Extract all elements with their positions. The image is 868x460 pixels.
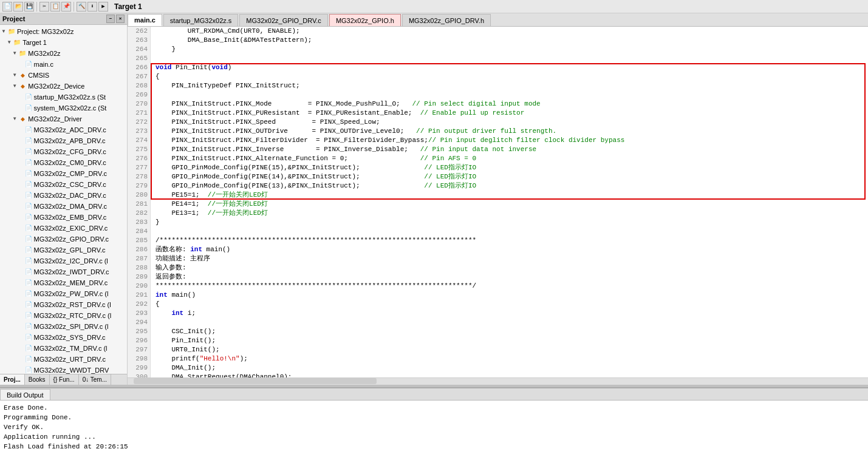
code-area[interactable]: URT_RXDMA_Cmd(URT0, ENABLE); DMA_Base_In… [151, 27, 868, 377]
sidebar-item-cfg-drv[interactable]: 📄MG32x02z_CFG_DRV.c [0, 146, 127, 157]
folder-open-icon[interactable]: 📂 [13, 2, 23, 12]
file-icon: 📄 [25, 300, 32, 309]
build-output-line: Verify OK. [4, 422, 864, 432]
sidebar-header: Project − × [0, 13, 127, 25]
tree-indent [1, 201, 18, 211]
tree-indent [1, 267, 18, 277]
copy-icon[interactable]: 📋 [50, 2, 60, 12]
code-line-266: void Pin_Init(void) [155, 63, 863, 72]
sidebar-item-mem-drv[interactable]: 📄MG32x02z_MEM_DRV.c [0, 277, 127, 288]
tab-gpio-drv-c[interactable]: MG32x02z_GPIO_DRV.c [239, 14, 328, 26]
code-line-298: printf("Hello!\n"); [155, 354, 863, 364]
sidebar-item-rst-drv[interactable]: 📄MG32x02z_RST_DRV.c (l [0, 299, 127, 310]
sidebar-item-wwdt-drv[interactable]: 📄MG32x02z_WWDT_DRV [0, 365, 127, 374]
tab-bar: main.cstartup_MG32x02z.sMG32x02z_GPIO_DR… [128, 13, 868, 27]
tree-indent [1, 289, 18, 299]
code-line-284 [155, 227, 863, 236]
code-line-265 [155, 54, 863, 63]
editor-scroll[interactable]: 2622632642652662672682692702712722732742… [128, 27, 868, 377]
sidebar-item-target1[interactable]: ▼📁Target 1 [0, 37, 127, 48]
sidebar-item-dac-drv[interactable]: 📄MG32x02z_DAC_DRV.c [0, 190, 127, 201]
code-line-282: PE13=1; //一开始关闭LED灯 [155, 209, 863, 218]
sidebar-item-project-root[interactable]: ▼📁Project: MG32x02z [0, 26, 127, 37]
sidebar-item-pw-drv[interactable]: 📄MG32x02z_PW_DRV.c (l [0, 288, 127, 299]
line-number-292: 292 [130, 300, 148, 309]
toolbar: 📄 📂 💾 ✂ 📋 📌 🔨 ⬇ ▶ Target 1 [0, 0, 868, 13]
sidebar-btm-tab-fun[interactable]: {} Fun... [50, 374, 79, 385]
sidebar-item-main-c[interactable]: 📄main.c [0, 59, 127, 70]
sidebar-close-btn[interactable]: × [116, 15, 125, 23]
line-number-294: 294 [130, 318, 148, 327]
tree-indent [1, 92, 18, 102]
sidebar-item-startup-mg32[interactable]: 📄startup_MG32x02z.s (St [0, 92, 127, 103]
sidebar-item-spi-drv[interactable]: 📄MG32x02z_SPI_DRV.c (l [0, 321, 127, 332]
line-number-281: 281 [130, 200, 148, 209]
line-number-291: 291 [130, 291, 148, 300]
code-line-288: 输入参数: [155, 263, 863, 272]
sidebar-item-csc-drv[interactable]: 📄MG32x02z_CSC_DRV.c [0, 179, 127, 190]
tree-arrow [18, 311, 24, 320]
sidebar-item-system-mg32[interactable]: 📄system_MG32x02z.c (St [0, 103, 127, 113]
sidebar-item-gpl-drv[interactable]: 📄MG32x02z_GPL_DRV.c [0, 245, 127, 255]
tab-main-c[interactable]: main.c [128, 14, 162, 26]
line-number-295: 295 [130, 327, 148, 336]
paste-icon[interactable]: 📌 [61, 2, 71, 12]
tab-startup[interactable]: startup_MG32x02z.s [163, 14, 239, 26]
file-icon: 📄 [25, 201, 32, 211]
code-line-273: PINX_InitStruct.PINX_OUTDrive = PINX_OUT… [155, 127, 863, 136]
tree-label: MG32x02z_CM0_DRV.c [34, 158, 106, 167]
sidebar-item-tm-drv[interactable]: 📄MG32x02z_TM_DRV.c (l [0, 343, 127, 354]
file-icon[interactable]: 📄 [2, 2, 12, 12]
sidebar-item-adc-drv[interactable]: 📄MG32x02z_ADC_DRV.c [0, 124, 127, 135]
sidebar-item-dma-drv[interactable]: 📄MG32x02z_DMA_DRV.c [0, 201, 127, 212]
sidebar-item-exic-drv[interactable]: 📄MG32x02z_EXIC_DRV.c [0, 223, 127, 234]
tree-arrow [18, 289, 24, 299]
sidebar-item-mg32x02z-driver[interactable]: ▼◆MG32x02z_Driver [0, 113, 127, 124]
sidebar-item-cm0-drv[interactable]: 📄MG32x02z_CM0_DRV.c [0, 157, 127, 168]
code-line-277: GPIO_PinMode_Config(PINE(15),&PINX_InitS… [155, 163, 863, 172]
line-number-287: 287 [130, 254, 148, 263]
sidebar-item-i2c-drv[interactable]: 📄MG32x02z_I2C_DRV.c (l [0, 255, 127, 266]
tree-label: MG32x02z_PW_DRV.c (l [34, 289, 109, 299]
tree-label: MG32x02z_GPL_DRV.c [34, 245, 106, 255]
line-number-272: 272 [130, 118, 148, 127]
file-icon: 📄 [25, 245, 32, 255]
sidebar-item-mg32x02z-device[interactable]: ▼◆MG32x02z_Device [0, 81, 127, 92]
tab-gpio-h[interactable]: MG32x02z_GPIO.h [329, 14, 401, 26]
code-line-297: URT0_Init(); [155, 345, 863, 354]
sidebar-item-cmsis[interactable]: ▼◆CMSIS [0, 70, 127, 81]
line-number-278: 278 [130, 172, 148, 181]
tree-arrow [18, 158, 24, 167]
sidebar-item-mg32x02z[interactable]: ▼📁MG32x02z [0, 48, 127, 59]
sidebar-item-apb-drv[interactable]: 📄MG32x02z_APB_DRV.c [0, 135, 127, 146]
sidebar-tree: ▼📁Project: MG32x02z ▼📁Target 1 ▼📁MG32x02… [0, 25, 127, 374]
tab-gpio-drv-h[interactable]: MG32x02z_GPIO_DRV.h [402, 14, 491, 26]
sidebar-item-iwdt-drv[interactable]: 📄MG32x02z_IWDT_DRV.c [0, 266, 127, 277]
sidebar-item-emb-drv[interactable]: 📄MG32x02z_EMB_DRV.c [0, 212, 127, 223]
sidebar-btm-tab-tem[interactable]: 0↓ Tem... [79, 374, 111, 385]
sidebar-item-urt-drv[interactable]: 📄MG32x02z_URT_DRV.c [0, 354, 127, 365]
cut-icon[interactable]: ✂ [39, 2, 49, 12]
build-output-line: Flash Load finished at 20:26:15 [4, 442, 864, 452]
download-icon[interactable]: ⬇ [87, 2, 97, 12]
debug-icon[interactable]: ▶ [98, 2, 108, 12]
tree-arrow [18, 245, 24, 255]
tree-indent [1, 103, 18, 113]
build-icon[interactable]: 🔨 [77, 2, 86, 12]
horizontal-scrollbar[interactable] [128, 377, 868, 385]
save-icon[interactable]: 💾 [24, 2, 34, 12]
file-icon: 📄 [25, 158, 32, 167]
sidebar-item-sys-drv[interactable]: 📄MG32x02z_SYS_DRV.c [0, 332, 127, 343]
sidebar-btm-tab-proj[interactable]: Proj... [0, 374, 25, 385]
sidebar-item-cmp-drv[interactable]: 📄MG32x02z_CMP_DRV.c [0, 168, 127, 179]
sidebar-item-gpio-drv[interactable]: 📄MG32x02z_GPIO_DRV.c [0, 234, 127, 245]
tree-indent [1, 147, 18, 157]
build-output-line: Application running ... [4, 432, 864, 442]
sidebar-collapse-btn[interactable]: − [106, 15, 115, 23]
bottom-tab-build[interactable]: Build Output [0, 389, 50, 400]
sidebar-item-rtc-drv[interactable]: 📄MG32x02z_RTC_DRV.c (l [0, 310, 127, 321]
folder-icon: 📁 [8, 27, 15, 36]
line-number-269: 269 [130, 90, 148, 100]
sidebar-btm-tab-books[interactable]: Books [25, 374, 50, 385]
tree-label: MG32x02z [28, 49, 60, 58]
